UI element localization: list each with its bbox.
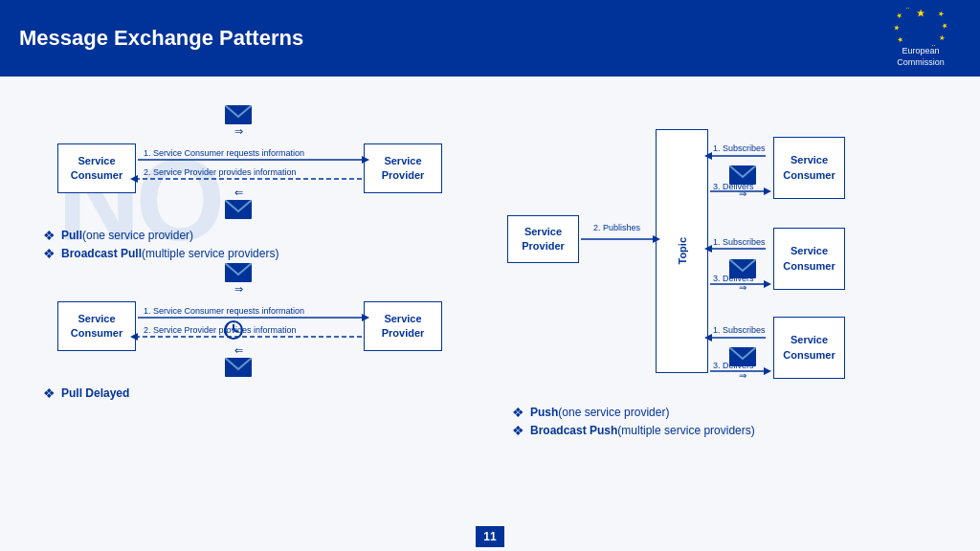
- subscribes-label-1: 1. Subscribes: [713, 143, 766, 153]
- push-diagram: Service Provider 2. Publishes Topic: [507, 100, 961, 407]
- svg-marker-3: [928, 8, 936, 10]
- subscribes-label-3: 1. Subscribes: [713, 325, 766, 335]
- header: Message Exchange Patterns: [0, 0, 980, 77]
- envelope-delayed-bottom: ⇐: [225, 344, 252, 377]
- delivers-label-1: 3. Delivers: [713, 182, 754, 191]
- svg-marker-9: [905, 45, 913, 47]
- pull-delayed-bullets: ❖ Pull Delayed: [38, 386, 129, 404]
- svg-marker-36: [704, 245, 712, 253]
- delivers-label-2: 3. Delivers: [713, 274, 754, 283]
- main-content: NO ⇒ Service Consumer Service Provider: [0, 77, 980, 551]
- push-bullets: ❖ Push (one service provider) ❖ Broadcas…: [507, 405, 755, 441]
- bullet-push: ❖ Push (one service provider): [512, 405, 755, 420]
- svg-marker-7: [931, 45, 937, 46]
- ec-text: EuropeanCommission: [897, 46, 945, 68]
- svg-marker-34: [764, 187, 771, 195]
- pull-delayed-diagram: ⇒ Service Consumer Service Provider 1. S…: [19, 258, 469, 411]
- consumer-push-3: Service Consumer: [773, 317, 845, 379]
- bullet-pull: ❖ Pull (one service provider): [43, 228, 278, 243]
- arrow1-label: 1. Service Consumer requests information: [144, 148, 304, 158]
- svg-marker-42: [764, 367, 771, 375]
- svg-marker-15: [362, 156, 369, 164]
- svg-marker-23: [130, 333, 138, 341]
- page-number: 11: [476, 526, 504, 547]
- subscribes-label-2: 1. Subscribes: [713, 237, 766, 247]
- pull-diagram: ⇒ Service Consumer Service Provider 1. S…: [19, 100, 469, 253]
- svg-marker-12: [896, 12, 903, 20]
- svg-marker-10: [898, 37, 903, 43]
- svg-marker-5: [942, 22, 949, 30]
- envelope-bottom: ⇐: [225, 187, 252, 219]
- svg-marker-17: [130, 175, 138, 183]
- bullet-broadcast-push: ❖ Broadcast Push (multiple service provi…: [512, 423, 755, 438]
- left-panel: NO ⇒ Service Consumer Service Provider: [0, 77, 488, 551]
- svg-marker-32: [704, 152, 712, 160]
- svg-marker-40: [704, 334, 712, 342]
- right-panel: Service Provider 2. Publishes Topic: [488, 77, 980, 551]
- page-title: Message Exchange Patterns: [19, 26, 303, 51]
- svg-marker-38: [764, 280, 771, 288]
- arrow2-label: 2. Service Provider provides information: [144, 167, 297, 177]
- envelope-bottom-icon: [225, 200, 252, 219]
- svg-marker-11: [893, 24, 901, 32]
- consumer-push-2: Service Consumer: [773, 228, 845, 290]
- svg-marker-30: [653, 235, 660, 243]
- ec-emblem: [892, 8, 949, 46]
- svg-marker-1: [905, 8, 911, 9]
- svg-marker-21: [362, 314, 369, 321]
- footer: 11: [0, 522, 980, 551]
- ec-logo: EuropeanCommission: [880, 2, 961, 74]
- svg-marker-6: [938, 34, 946, 42]
- delayed-arrow2-label: 2. Service Provider provides information: [144, 325, 297, 335]
- delivers-label-3: 3. Delivers: [713, 361, 754, 370]
- bullet-pull-delayed: ❖ Pull Delayed: [43, 386, 129, 401]
- consumer-push-1: Service Consumer: [773, 137, 845, 199]
- svg-marker-4: [939, 11, 945, 17]
- delayed-arrow1-label: 1. Service Consumer requests information: [144, 306, 304, 316]
- envelope-delayed-bottom-icon: [225, 358, 252, 377]
- eu-stars-icon: [892, 8, 949, 46]
- svg-marker-0: [917, 10, 924, 17]
